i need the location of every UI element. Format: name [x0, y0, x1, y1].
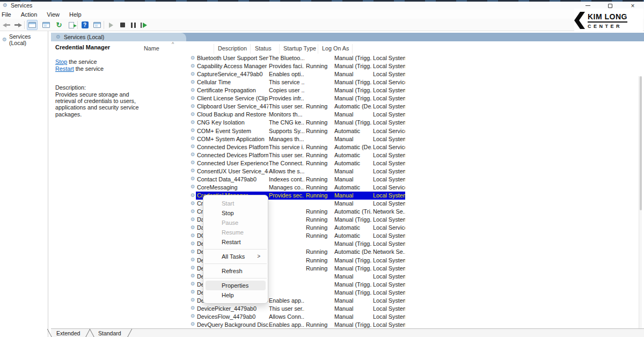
- service-startup-type: Manual: [334, 111, 372, 118]
- table-row[interactable]: ⚙Connected Devices Platform ...This serv…: [189, 143, 405, 151]
- context-menu-item-restart[interactable]: Restart: [206, 237, 266, 247]
- menu-view[interactable]: View: [42, 10, 64, 19]
- service-log-on-as: Local System: [373, 95, 405, 101]
- table-row[interactable]: ⚙Bluetooth User Support Serv...The Bluet…: [189, 54, 405, 62]
- service-name: Cellular Time: [197, 79, 268, 85]
- service-name: Connected Devices Platform ...: [197, 152, 268, 158]
- export-list-button[interactable]: [66, 20, 77, 30]
- table-row[interactable]: ⚙COM+ System ApplicationManages th...Man…: [189, 135, 405, 143]
- service-name: COM+ Event System: [197, 128, 268, 134]
- service-description-cell: Manages th...: [269, 136, 304, 142]
- service-log-on-as: Local System: [373, 152, 405, 158]
- service-log-on-as: Local System: [373, 257, 405, 263]
- kim-long-center-logo: KIM LONG CENTER: [574, 9, 643, 32]
- service-startup-type: Manual: [334, 136, 372, 142]
- tab-standard[interactable]: Standard: [98, 330, 121, 336]
- service-description-cell: Enables app...: [269, 321, 304, 328]
- vertical-scrollbar[interactable]: [639, 76, 642, 337]
- stop-service-link[interactable]: Stop: [55, 58, 67, 65]
- context-menu-item-all-tasks[interactable]: All Tasks>: [206, 252, 266, 261]
- table-row[interactable]: ⚙Client License Service (ClipSV...Provid…: [189, 94, 405, 102]
- column-header-startup-type[interactable]: Startup Type: [283, 45, 316, 52]
- tree-item-services-local[interactable]: ⚙ Services (Local): [0, 31, 48, 46]
- table-row[interactable]: ⚙Capability Access Manager S...Provides …: [189, 62, 405, 70]
- forward-button[interactable]: [12, 20, 23, 30]
- table-row[interactable]: ⚙DevQuery Background Disc...Enables app.…: [189, 320, 405, 328]
- service-log-on-as: Local System: [373, 200, 405, 207]
- table-row[interactable]: ⚙DevicesFlow_4479ab0Allows Conn...Manual…: [189, 312, 405, 320]
- window-icon: [42, 22, 50, 28]
- back-button[interactable]: [1, 20, 12, 30]
- column-header-name[interactable]: Name: [144, 45, 159, 52]
- service-log-on-as: Network Se...: [373, 208, 405, 215]
- menu-separator: [204, 263, 267, 264]
- service-log-on-as: Local System: [373, 55, 405, 61]
- tab-extended[interactable]: Extended: [56, 330, 80, 336]
- context-menu-item-properties[interactable]: Properties: [206, 281, 266, 290]
- service-log-on-as: Local System: [373, 305, 405, 312]
- logo-line2: CENTER: [588, 24, 627, 29]
- table-row[interactable]: ⚙Clipboard User Service_4479...This user…: [189, 102, 405, 111]
- table-row[interactable]: ⚙Connected Devices Platform ...This user…: [189, 151, 405, 159]
- service-gear-icon: ⚙: [191, 313, 195, 319]
- table-row[interactable]: ⚙CaptureService_4479ab0Enables opti...Ma…: [189, 70, 405, 78]
- column-header-log-on-as[interactable]: Log On As: [322, 45, 349, 52]
- column-header-status[interactable]: Status: [255, 45, 272, 52]
- restart-service-link[interactable]: Restart: [55, 65, 74, 72]
- table-row[interactable]: ⚙DevicePicker_4479ab0This user ser...Man…: [189, 304, 405, 312]
- context-menu-item-start: Start: [206, 199, 266, 208]
- service-gear-icon: ⚙: [191, 120, 195, 125]
- refresh-button[interactable]: ↻: [54, 20, 64, 30]
- table-row[interactable]: ⚙Connected User Experiences ...The Conne…: [189, 159, 405, 167]
- table-row[interactable]: ⚙Cellular TimeThis service ...Manual (Tr…: [189, 78, 405, 86]
- properties-window-button[interactable]: [41, 20, 52, 30]
- context-menu-item-help[interactable]: Help: [206, 290, 266, 300]
- menu-help[interactable]: Help: [64, 10, 86, 19]
- service-description-cell: Indexes cont...: [269, 176, 304, 182]
- services-window: ⚙ Services × File Action View Help ↻ ?: [0, 0, 644, 337]
- description-label: Description:: [55, 84, 138, 91]
- show-console-tree-button[interactable]: [27, 20, 38, 30]
- column-divider[interactable]: [250, 44, 251, 54]
- service-log-on-as: Local System: [373, 313, 405, 320]
- service-log-on-as: Network Se...: [373, 248, 405, 255]
- service-description-cell: Enables opti...: [269, 71, 304, 77]
- column-divider[interactable]: [214, 44, 214, 54]
- stop-service-button[interactable]: [117, 20, 128, 30]
- restart-service-button[interactable]: [138, 20, 149, 30]
- help-icon: ?: [82, 21, 89, 28]
- context-menu-item-stop[interactable]: Stop: [206, 208, 266, 218]
- service-startup-type: Automatic (De...: [334, 248, 372, 255]
- table-row[interactable]: ⚙Cloud Backup and Restore S...Monitors t…: [189, 111, 405, 119]
- table-row[interactable]: ⚙CoreMessagingManages co...RunningAutoma…: [189, 183, 405, 191]
- menu-file[interactable]: File: [0, 10, 16, 19]
- submenu-chevron-icon: >: [257, 252, 260, 261]
- tree-item-label: Services (Local): [9, 33, 47, 46]
- table-row[interactable]: ⚙COM+ Event SystemSupports Sy...RunningA…: [189, 127, 405, 135]
- menu-bar: File Action View Help: [0, 10, 644, 19]
- show-action-pane-button[interactable]: [92, 20, 103, 30]
- column-divider[interactable]: [279, 44, 280, 54]
- table-row[interactable]: ⚙CNG Key IsolationThe CNG ke...RunningMa…: [189, 119, 405, 127]
- table-row[interactable]: ⚙Contact Data_4479ab0Indexes cont...Runn…: [189, 175, 405, 183]
- column-header-description[interactable]: Description: [218, 45, 247, 52]
- pause-service-button[interactable]: [128, 20, 138, 30]
- tab-edge-line: [85, 329, 91, 337]
- context-menu-item-refresh[interactable]: Refresh: [206, 266, 266, 276]
- back-icon: [3, 23, 11, 27]
- service-name: CoreMessaging: [197, 184, 268, 191]
- start-service-button[interactable]: [106, 20, 116, 30]
- service-startup-type: Manual (Trigg...: [334, 216, 372, 223]
- column-divider[interactable]: [318, 44, 318, 54]
- service-startup-type: Manual (Trigg...: [334, 79, 372, 85]
- column-divider[interactable]: [352, 44, 353, 54]
- table-row[interactable]: ⚙ConsentUX User Service_447...Allows the…: [189, 167, 405, 175]
- service-gear-icon: ⚙: [191, 305, 195, 311]
- context-menu-item-resume: Resume: [206, 228, 266, 237]
- table-row[interactable]: ⚙Certificate PropagationCopies user ...M…: [189, 86, 405, 94]
- menu-action[interactable]: Action: [16, 10, 42, 19]
- help-button[interactable]: ?: [79, 20, 90, 30]
- scrollbar-thumb[interactable]: [640, 76, 642, 210]
- service-log-on-as: Local System: [373, 265, 405, 272]
- header-band: ⚙ Services (Local): [51, 33, 644, 41]
